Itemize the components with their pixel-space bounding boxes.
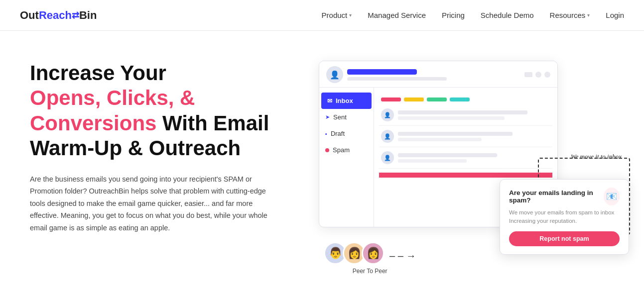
- spam-card-header: Are your emails landing in spam? 📧: [509, 188, 620, 205]
- email-row-2: 👤: [379, 126, 552, 147]
- email-lines-2: [398, 132, 550, 141]
- email-avatar-3: 👤: [381, 151, 394, 164]
- sent-icon: ➤: [325, 114, 330, 120]
- sidebar-label-inbox: Inbox: [336, 97, 353, 104]
- header-bar-gray: [347, 77, 447, 81]
- sidebar-label-sent: Sent: [333, 113, 347, 121]
- nav-link-schedule[interactable]: Schedule Demo: [481, 11, 534, 19]
- hero-heading-line4: With Email: [156, 111, 269, 135]
- nav-item-login[interactable]: Login: [606, 11, 624, 19]
- spam-card-title: Are your emails landing in spam?: [509, 189, 604, 204]
- peer-avatars: 👨 👩 👩 – – →: [324, 242, 416, 265]
- email-line-top-3: [398, 153, 497, 157]
- nav-item-resources[interactable]: Resources ▾: [550, 11, 590, 19]
- chevron-down-icon-resources: ▾: [587, 12, 590, 18]
- nav-item-pricing[interactable]: Pricing: [442, 11, 465, 19]
- hero-heading-line1: Increase Your: [30, 61, 166, 85]
- email-sidebar: ✉ Inbox ➤ Sent ▪ Draft Spam: [319, 88, 374, 227]
- hero-text: Increase Your Opens, Clicks, & Conversio…: [30, 61, 289, 234]
- nav-links: Product ▾ Managed Service Pricing Schedu…: [322, 11, 624, 19]
- email-header-bars: [347, 69, 520, 81]
- nav-item-managed[interactable]: Managed Service: [368, 11, 426, 19]
- peer-label: Peer To Peer: [353, 268, 387, 275]
- report-not-spam-button[interactable]: Report not spam: [509, 231, 620, 246]
- email-header-avatar: 👤: [326, 66, 343, 83]
- hero-illustration: 👤 ✉ Inbox: [309, 61, 624, 275]
- spam-dot-icon: [325, 148, 329, 152]
- logo-reach: Reach: [39, 9, 72, 22]
- peer-arrow-icon: – – →: [389, 250, 416, 262]
- nav-link-pricing[interactable]: Pricing: [442, 11, 465, 19]
- nav-link-login[interactable]: Login: [606, 11, 624, 19]
- logo-out: Out: [20, 9, 39, 22]
- color-bar-teal: [450, 97, 470, 101]
- hero-heading-highlight: Opens, Clicks, &: [30, 86, 195, 109]
- email-line-top-2: [398, 132, 513, 136]
- nav-item-schedule[interactable]: Schedule Demo: [481, 11, 534, 19]
- sidebar-item-inbox[interactable]: ✉ Inbox: [321, 93, 372, 109]
- colored-bars: [379, 93, 552, 104]
- chevron-down-icon: ▾: [349, 12, 352, 18]
- email-red-bar: [379, 173, 552, 178]
- hero-paragraph: Are the business emails you send going i…: [30, 173, 269, 234]
- email-lines-3: [398, 153, 550, 163]
- sidebar-item-draft[interactable]: ▪ Draft: [319, 125, 374, 142]
- chart-icon: [524, 72, 532, 77]
- color-bar-red: [381, 97, 401, 101]
- color-bar-yellow: [404, 97, 424, 101]
- draft-icon: ▪: [325, 131, 327, 137]
- peer-avatar-3: 👩: [362, 242, 385, 265]
- navbar: OutReach⇄Bin Product ▾ Managed Service P…: [0, 0, 644, 31]
- sidebar-label-draft: Draft: [331, 130, 345, 137]
- header-bar-blue: [347, 69, 417, 75]
- sidebar-item-sent[interactable]: ➤ Sent: [319, 109, 374, 125]
- hero-heading-line5: Warm-Up & Outreach: [30, 136, 241, 160]
- email-avatar-2: 👤: [381, 130, 394, 143]
- peer-section: 👨 👩 👩 – – → Peer To Peer: [324, 242, 416, 275]
- email-line-bottom-3: [398, 159, 467, 163]
- hero-heading: Increase Your Opens, Clicks, & Conversio…: [30, 61, 289, 161]
- email-header-icons: [524, 72, 550, 78]
- hero-section: Increase Your Opens, Clicks, & Conversio…: [0, 31, 644, 292]
- bell-icon: [535, 72, 541, 78]
- logo-bin: Bin: [79, 9, 97, 22]
- email-lines-1: [398, 110, 550, 120]
- email-avatar-1: 👤: [381, 108, 394, 121]
- logo-icon: ⇄: [72, 10, 79, 21]
- settings-icon: [544, 72, 550, 78]
- email-row-3: 👤: [379, 147, 552, 169]
- sidebar-item-spam[interactable]: Spam: [319, 142, 374, 158]
- email-line-bottom-1: [398, 116, 505, 120]
- logo[interactable]: OutReach⇄Bin: [20, 9, 97, 22]
- inbox-icon: ✉: [327, 97, 332, 104]
- email-row-1: 👤: [379, 104, 552, 126]
- annotation-text: We move it to inbox: [571, 153, 622, 161]
- nav-item-product[interactable]: Product ▾: [322, 11, 352, 19]
- nav-link-resources[interactable]: Resources ▾: [550, 11, 590, 19]
- spam-card-description: We move your emails from spam to inbox I…: [509, 208, 620, 226]
- spam-email-icon: 📧: [604, 188, 620, 205]
- spam-card: Are your emails landing in spam? 📧 We mo…: [500, 179, 629, 255]
- color-bar-green: [427, 97, 447, 101]
- nav-link-product[interactable]: Product ▾: [322, 11, 352, 19]
- email-line-top-1: [398, 110, 527, 114]
- nav-link-managed[interactable]: Managed Service: [368, 11, 426, 19]
- email-client-header: 👤: [319, 61, 557, 88]
- sidebar-label-spam: Spam: [333, 146, 350, 154]
- hero-heading-conversions: Conversions: [30, 111, 156, 135]
- email-line-bottom-2: [398, 138, 482, 141]
